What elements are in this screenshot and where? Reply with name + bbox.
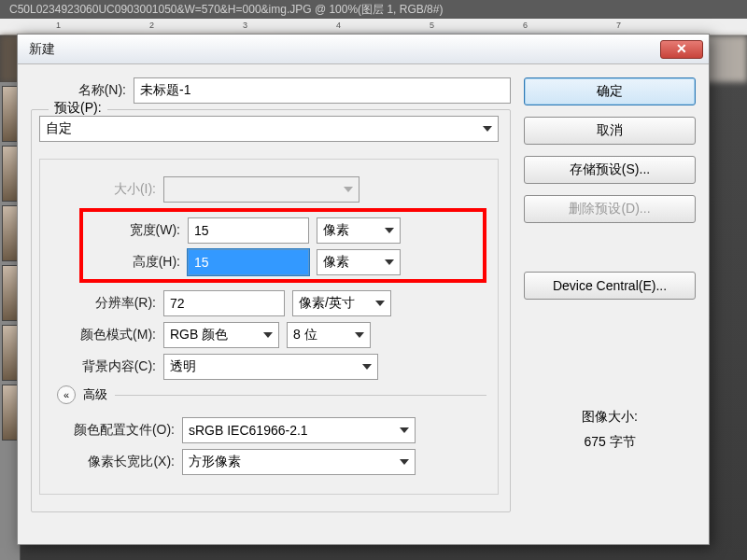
profile-value: sRGB IEC61966-2.1: [189, 423, 308, 438]
color-mode-label: 颜色模式(M):: [42, 327, 163, 343]
resolution-label: 分辨率(R):: [42, 295, 163, 312]
chevron-down-icon: [483, 126, 492, 132]
chevron-down-icon: [385, 259, 394, 265]
name-label: 名称(N):: [31, 82, 134, 99]
profile-label: 颜色配置文件(O):: [42, 422, 182, 439]
bg-label: 背景内容(C):: [42, 358, 163, 375]
height-input[interactable]: [188, 249, 309, 275]
image-size-label: 图像大小:: [524, 404, 696, 429]
chevron-down-icon: [355, 332, 364, 338]
color-mode-select[interactable]: RGB 颜色: [163, 322, 279, 348]
height-label: 高度(H):: [85, 254, 188, 271]
delete-preset-button: 删除预设(D)...: [524, 195, 696, 223]
resolution-unit-select[interactable]: 像素/英寸: [292, 290, 391, 316]
size-label: 大小(I):: [79, 181, 163, 198]
width-unit-select[interactable]: 像素: [317, 217, 401, 244]
color-mode-value: RGB 颜色: [170, 327, 228, 343]
preset-select[interactable]: 自定: [39, 116, 499, 142]
preset-value: 自定: [46, 120, 72, 137]
aspect-label: 像素长宽比(X):: [42, 454, 182, 470]
new-document-dialog: 新建 ✕ 名称(N): 预设(P): 自定: [17, 34, 710, 545]
dialog-title: 新建: [29, 41, 55, 58]
save-preset-button[interactable]: 存储预设(S)...: [524, 156, 696, 184]
chevron-down-icon: [263, 332, 273, 338]
resolution-input[interactable]: [163, 290, 285, 316]
width-label: 宽度(W):: [85, 222, 188, 239]
device-central-button[interactable]: Device Central(E)...: [524, 272, 696, 300]
dialog-titlebar[interactable]: 新建 ✕: [18, 35, 709, 64]
bg-value: 透明: [170, 358, 196, 375]
divider: [115, 395, 486, 396]
chevron-down-icon: [362, 364, 372, 370]
chevron-down-icon: [400, 427, 409, 433]
bg-select[interactable]: 透明: [163, 354, 378, 380]
size-select: [163, 176, 359, 203]
highlight-box: 宽度(W): 像素 高度(H):: [79, 208, 486, 283]
width-input[interactable]: [188, 217, 309, 244]
chevron-down-icon: [400, 459, 409, 465]
chevron-down-icon: [385, 228, 394, 233]
close-button[interactable]: ✕: [660, 40, 703, 59]
ok-button[interactable]: 确定: [524, 77, 696, 105]
resolution-unit: 像素/英寸: [299, 295, 355, 312]
preset-fieldset: 预设(P): 自定 大小(I):: [31, 109, 511, 512]
color-depth-select[interactable]: 8 位: [287, 322, 371, 348]
name-input[interactable]: [134, 77, 511, 104]
advanced-toggle[interactable]: «: [57, 385, 76, 404]
aspect-value: 方形像素: [189, 454, 241, 470]
profile-select[interactable]: sRGB IEC61966-2.1: [182, 417, 416, 443]
height-unit: 像素: [323, 254, 349, 271]
advanced-label: 高级: [83, 386, 107, 403]
cancel-button[interactable]: 取消: [524, 117, 696, 145]
double-chevron-icon: «: [63, 389, 69, 400]
chevron-down-icon: [344, 187, 353, 192]
image-size-info: 图像大小: 675 字节: [524, 404, 696, 454]
chevron-down-icon: [375, 301, 385, 306]
image-size-value: 675 字节: [524, 429, 696, 455]
preset-legend: 预设(P):: [49, 100, 107, 117]
height-unit-select[interactable]: 像素: [317, 249, 401, 275]
preset-inner: 大小(I): 宽度(W): 像素: [39, 159, 499, 495]
document-tab[interactable]: C50L0234923060UC0903001050&W=570&H=000&i…: [0, 0, 747, 19]
aspect-select[interactable]: 方形像素: [182, 449, 416, 475]
color-depth-value: 8 位: [293, 327, 317, 343]
width-unit: 像素: [323, 222, 349, 239]
